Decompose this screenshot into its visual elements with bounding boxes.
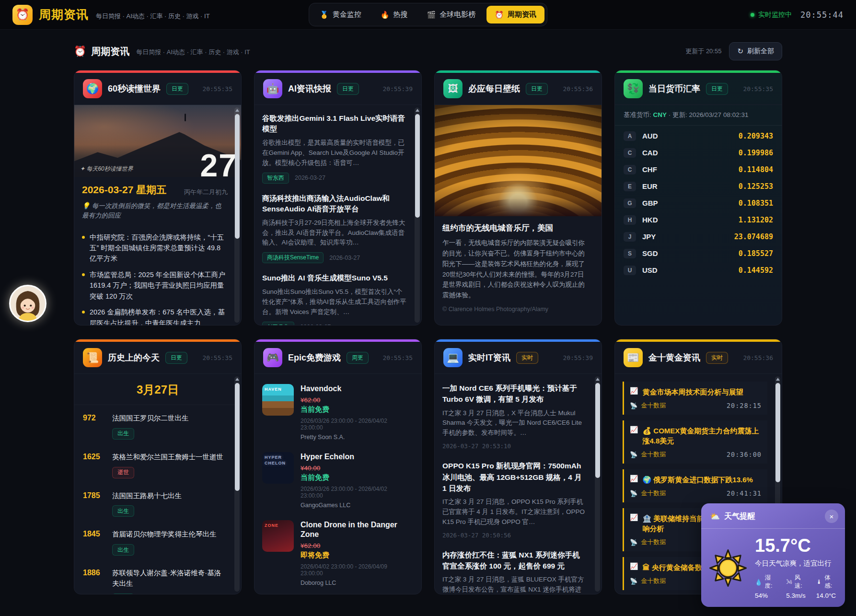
it-news-item[interactable]: OPPO K15 Pro 新机现身官网：7500mAh 冰川电池、最高 12GB…	[442, 460, 587, 539]
scrollbar-thumb[interactable]	[235, 114, 240, 239]
scrollbar[interactable]	[595, 376, 600, 592]
daily-update-badge: 日更	[166, 83, 188, 95]
news-item[interactable]: 2026 金扁鹊榜单发布：675 名中医入选，基层医生占比提升，中青年医生成主力	[82, 307, 228, 325]
it-news-item[interactable]: 一加 Nord CE6 系列手机曝光：预计基于 Turbo 6V 微调，有望 5…	[442, 383, 587, 450]
fx-rate-row[interactable]: C CHF 0.114804	[624, 161, 773, 178]
history-item-body: 法国国王罗贝尔二世出生 出生	[112, 413, 189, 440]
fx-rate-row[interactable]: H HKD 1.131202	[624, 211, 773, 228]
scrollbar-thumb[interactable]	[595, 383, 600, 478]
gold-news-item[interactable]: 📈 黄金市场本周技术面分析与展望 📡金十数据 20:28:15	[623, 382, 767, 415]
history-item[interactable]: 1625 英格兰和爱尔兰国王詹姆士一世逝世 逝世	[82, 446, 227, 485]
satellite-icon: 📡	[630, 539, 637, 546]
fx-rate-row[interactable]: C CAD 0.199986	[624, 144, 773, 161]
fx-rate-row[interactable]: A AUD 0.209343	[624, 128, 773, 144]
history-item[interactable]: 1886 苏联领导人谢尔盖·米洛诺维奇·基洛夫出生 出生	[82, 562, 227, 594]
scrollbar-thumb[interactable]	[775, 383, 780, 482]
card-title: 实时IT资讯	[468, 352, 510, 363]
currency-code: SGD	[642, 249, 658, 257]
game-item[interactable]: ZONE Clone Drone in the Danger Zone ¥62.…	[262, 520, 407, 587]
weather-stat-value: 5.3m/s	[786, 592, 807, 599]
app-logo[interactable]: ⏰	[12, 5, 33, 25]
card-refresh-time: 20:55:36	[743, 354, 773, 361]
card-header: 💱 当日货币汇率 日更 20:55:35	[615, 73, 782, 105]
gold-news-time: 20:28:15	[727, 402, 762, 409]
history-item[interactable]: 1845 首届诺贝尔物理学奖得主伦琴出生 出生	[82, 523, 227, 562]
nav-tab-periodic-news[interactable]: ⏰ 周期资讯	[486, 6, 544, 23]
it-news-list: 一加 Nord CE6 系列手机曝光：预计基于 Turbo 6V 微调，有望 5…	[435, 374, 602, 594]
history-item-body: 法国国王路易十七出生 出生	[112, 491, 182, 517]
news-item[interactable]: 中指研究院：百强房企洗牌或将持续，“十五五” 时期全国城镇住房需求总量预计达 4…	[82, 232, 228, 264]
news-item[interactable]: 市场监管总局：2025 年全国新设个体工商户 1619.4 万户；我国电子营业执…	[82, 269, 228, 302]
scrollbar[interactable]	[234, 376, 240, 592]
scroll-up-arrow[interactable]	[235, 378, 239, 381]
scroll-up-arrow[interactable]	[416, 109, 419, 112]
scrollbar-thumb[interactable]	[415, 114, 420, 218]
gamepad-glyph: 🎮	[266, 352, 279, 363]
currency-code: USD	[642, 266, 658, 274]
ai-news-item[interactable]: 商汤科技推出商汤输入法AudioClaw和SenseAudio AI语音开放平台…	[262, 193, 407, 264]
scrollbar-thumb[interactable]	[235, 383, 240, 491]
fx-rate-row[interactable]: J JPY 23.074689	[624, 228, 773, 245]
main-content: ⏰ 周期资讯 每日简报 · AI动态 · 汇率 · 历史 · 游戏 · IT 更…	[74, 42, 782, 594]
nav-tab-gold-monitor[interactable]: 🥇 黄金监控	[312, 6, 370, 23]
fx-rate-row[interactable]: U USD 0.144592	[624, 262, 773, 279]
chart-up-icon: 📈	[630, 426, 638, 433]
ai-news-item[interactable]: 谷歌发推出Gemini 3.1 Flash Live实时语音模型 谷歌推出模型，…	[262, 113, 407, 184]
weather-stat: 💧湿度: 54%	[755, 574, 777, 599]
weather-close-button[interactable]: ×	[825, 510, 838, 523]
source-tag: AI工具集	[262, 322, 294, 325]
history-year: 1886	[83, 568, 105, 594]
bullet-dot	[82, 236, 85, 239]
game-thumbnail: ZONE	[262, 520, 294, 552]
source-tag: 智东西	[262, 173, 289, 184]
card-body: 纽约市的无线电城音乐厅，美国 乍一看，无线电城音乐厅的内部装潢无疑会吸引你的目光…	[435, 105, 602, 325]
newspaper-glyph: 📰	[627, 352, 639, 363]
nav-tab-hot-search[interactable]: 🔥 热搜	[372, 6, 416, 23]
it-news-item[interactable]: 内存涨价扛不住：蓝狐 NX1 系列迷你手机官宣全系涨价 100 元，起售价 69…	[442, 549, 587, 594]
scroll-up-arrow[interactable]	[235, 109, 239, 112]
stat-label-text: 风速:	[795, 574, 808, 590]
wallpaper-image[interactable]	[435, 105, 602, 216]
scrollbar[interactable]	[415, 107, 420, 323]
daily-update-badge: 日更	[337, 83, 359, 95]
fx-rate-row[interactable]: G GBP 0.108351	[624, 195, 773, 211]
nav-tab-label: 黄金监控	[333, 10, 361, 19]
satellite-icon: 📡	[630, 578, 637, 585]
daily-news-image[interactable]: 27 ✦ 每天60秒读懂世界	[74, 105, 241, 177]
game-info: Havendock ¥62.00 当前免费 2026/03/26 23:00:0…	[301, 384, 407, 441]
scroll-glyph: 📜	[86, 352, 99, 363]
scroll-up-arrow[interactable]	[776, 378, 780, 381]
game-original-price: ¥40.00	[301, 465, 407, 472]
currency-code: AUD	[642, 132, 658, 140]
fx-rate-row[interactable]: E EUR 0.125253	[624, 178, 773, 195]
ai-news-item[interactable]: Suno推出 AI 音乐生成模型Suno V5.5 Suno推出Suno推出Su…	[262, 273, 407, 325]
scrollbar[interactable]	[234, 107, 240, 323]
game-info: Hyper Echelon ¥40.00 当前免费 2026/03/26 23:…	[301, 452, 407, 509]
fx-rate-row[interactable]: S SGD 0.185527	[624, 245, 773, 262]
scroll-up-arrow[interactable]	[596, 378, 600, 381]
robot-glyph: 🤖	[266, 83, 279, 94]
assistant-avatar[interactable]	[9, 285, 46, 322]
card-ai-news: 🤖 AI资讯快报 日更 20:55:39 谷歌发推出Gemini 3.1 Fla…	[254, 70, 422, 325]
gold-news-item[interactable]: 📈 💰 COMEX黄金期货主力合约震荡上涨4.8美元 📡金十数据 20:36:0…	[623, 420, 767, 464]
clapperboard-icon: 🎬	[427, 11, 436, 19]
gold-news-item[interactable]: 📈 🌍 俄罗斯黄金进口数据下跌13.6% 📡金十数据 20:41:31	[623, 469, 767, 502]
image-day-number: 27	[200, 147, 237, 177]
history-item[interactable]: 1785 法国国王路易十七出生 出生	[82, 485, 227, 523]
game-thumbnail: HYPER CHELON	[262, 452, 294, 484]
weather-stat-label: 🌡体感:	[816, 574, 837, 590]
game-item[interactable]: HYPER CHELON Hyper Echelon ¥40.00 当前免费 2…	[262, 452, 407, 509]
gold-news-title: 黄金市场本周技术面分析与展望	[642, 387, 743, 397]
card-header: 🎮 Epic免费游戏 周更 20:55:35	[254, 342, 421, 374]
bulb-icon: 💡	[82, 202, 90, 209]
history-item[interactable]: 972 法国国王罗贝尔二世出生 出生	[82, 407, 227, 446]
game-item[interactable]: HAVEN Havendock ¥62.00 当前免费 2026/03/26 2…	[262, 384, 407, 441]
game-info: Clone Drone in the Danger Zone ¥62.00 即将…	[301, 520, 407, 587]
weather-info: 15.7°C 今日天气凉爽，适宜出行 💧湿度: 54% 🌬风速: 5.3m/s	[755, 536, 837, 599]
currency-letter-chip: C	[624, 148, 636, 158]
navbar-clock: 20:55:44	[800, 10, 844, 20]
alarm-clock-icon: ⏰	[16, 8, 30, 21]
sun-cloud-icon: ⛅	[710, 511, 720, 522]
nav-tab-global-movies[interactable]: 🎬 全球电影榜	[419, 6, 484, 23]
refresh-all-button[interactable]: ↻ 刷新全部	[729, 42, 782, 60]
